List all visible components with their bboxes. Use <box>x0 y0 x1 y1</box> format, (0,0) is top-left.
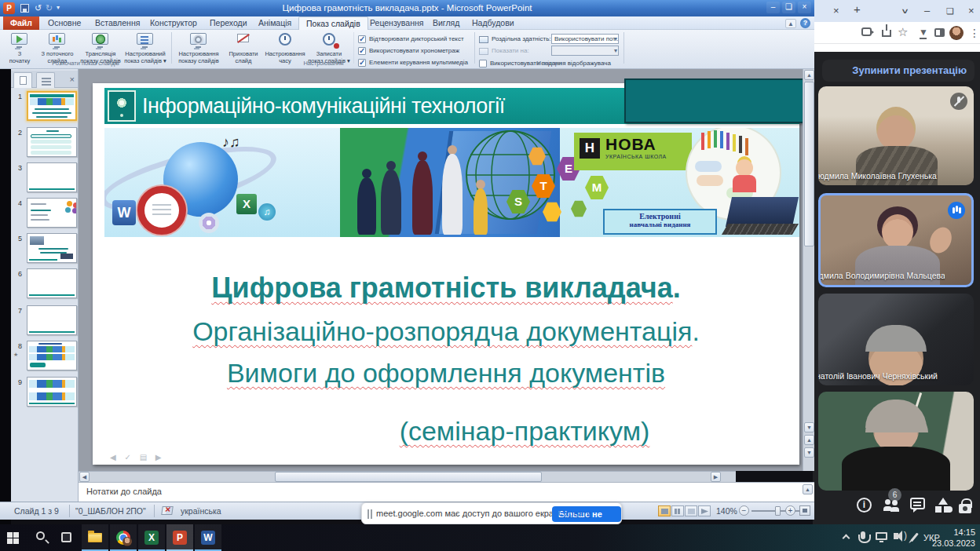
side-panel-icon[interactable] <box>934 28 945 37</box>
redo-icon[interactable]: ↻ <box>46 2 53 13</box>
bookmark-star-icon[interactable]: ☆ <box>898 25 909 36</box>
zoom-in-icon[interactable]: + <box>785 505 795 516</box>
slide-thumbnail-row[interactable]: 9 <box>11 377 78 408</box>
outline-tab[interactable] <box>36 72 55 88</box>
language-indicator[interactable]: українська <box>181 505 221 517</box>
file-explorer-taskbar-icon[interactable] <box>82 524 108 551</box>
minimize-button[interactable]: – <box>766 2 780 13</box>
horizontal-scroll-thumb[interactable] <box>275 472 542 482</box>
scroll-up-icon[interactable]: ▲ <box>804 70 814 80</box>
slide-thumbnail-row[interactable]: 3 <box>11 162 78 194</box>
meeting-details-icon[interactable]: i <box>857 498 872 513</box>
tab-insert[interactable]: Вставлення <box>88 16 147 30</box>
search-button[interactable] <box>28 524 55 551</box>
scroll-right-icon[interactable]: ▶ <box>711 472 721 482</box>
tab-search-chevron-icon[interactable]: ∨ <box>901 7 909 15</box>
slide-thumbnail-row[interactable]: 8 ★ <box>11 341 78 372</box>
slide-footer-icons: ◀ ✓ ▤ ▶ <box>110 453 165 462</box>
slideshow-view-button[interactable] <box>698 505 711 516</box>
tab-review[interactable]: Рецензування <box>363 16 430 30</box>
activities-icon[interactable] <box>935 498 953 515</box>
save-icon[interactable] <box>20 4 29 13</box>
play-narrations-checkbox[interactable] <box>358 35 366 43</box>
slide-thumbnail-row[interactable]: 6 <box>11 268 78 300</box>
close-button[interactable]: × <box>798 2 811 13</box>
hide-banner-link[interactable]: Сховати <box>558 509 591 518</box>
fit-to-window-icon[interactable] <box>799 505 810 516</box>
tab-design[interactable]: Конструктор <box>143 16 204 30</box>
word-taskbar-icon[interactable]: W <box>195 524 221 551</box>
resolution-dropdown[interactable]: Використовувати пот... <box>551 34 619 44</box>
notes-scroll-up-icon[interactable]: ▲ <box>803 484 813 494</box>
chrome-menu-icon[interactable]: ⋮ <box>969 27 980 38</box>
stop-presenting-button[interactable]: Зупинити презентацію <box>822 60 975 82</box>
tab-animations[interactable]: Анімація <box>251 16 298 30</box>
participants-icon[interactable] <box>883 498 901 515</box>
slide-thumbnail-row[interactable]: 5 <box>11 233 78 265</box>
scroll-left-icon[interactable]: ◀ <box>79 472 90 482</box>
slide-thumbnail-row[interactable]: 7 <box>11 305 78 337</box>
zoom-slider[interactable] <box>751 510 805 512</box>
chrome-close-icon[interactable]: × <box>968 5 975 17</box>
participant-name: Людмила Миколаївна Глухенька <box>818 170 947 182</box>
notes-pane[interactable]: Нотатки до слайда ▲ <box>79 482 814 502</box>
qat-customize-icon[interactable]: ▾ <box>57 2 60 13</box>
scroll-down-icon[interactable]: ▼ <box>804 422 814 432</box>
start-button[interactable] <box>0 524 27 551</box>
horizontal-scrollbar[interactable]: ◀ ▶ <box>79 471 736 482</box>
help-icon[interactable]: ? <box>800 18 810 28</box>
previous-slide-icon[interactable]: ▲ <box>804 435 814 445</box>
slide-sorter-view-button[interactable] <box>671 505 684 516</box>
chrome-minimize-icon[interactable]: – <box>924 5 930 17</box>
slide-4-thumbnail <box>27 198 77 228</box>
tab-addins[interactable]: Надбудови <box>465 16 521 30</box>
tab-view[interactable]: Вигляд <box>426 16 466 30</box>
teal-overlay-box[interactable] <box>624 78 806 123</box>
tab-home[interactable]: Основне <box>41 16 88 30</box>
tab-close-icon[interactable]: × <box>833 5 839 17</box>
powerpoint-taskbar-icon[interactable]: P <box>166 524 193 551</box>
slide-canvas[interactable]: Інформаційно-комунікаційні технології ♪♫… <box>93 83 799 465</box>
downloads-icon[interactable] <box>919 27 931 38</box>
normal-view-button[interactable] <box>658 505 671 516</box>
spellcheck-icon[interactable] <box>161 506 174 515</box>
task-view-button[interactable] <box>53 524 80 551</box>
profile-avatar[interactable] <box>949 26 964 40</box>
tab-transitions[interactable]: Переходи <box>203 16 254 30</box>
share-icon[interactable] <box>882 30 891 37</box>
undo-icon[interactable]: ↺ <box>35 2 42 13</box>
share-banner-text: meet.google.com має доступ до вашого екр… <box>376 509 565 518</box>
next-slide-icon[interactable]: ▼ <box>804 447 814 458</box>
participant-tile-4[interactable] <box>818 392 974 491</box>
new-tab-icon[interactable]: + <box>854 3 861 16</box>
notes-placeholder[interactable]: Нотатки до слайда <box>86 487 162 496</box>
drag-grip-icon[interactable] <box>368 509 369 519</box>
participant-tile-3[interactable]: Анатолій Іванович Черняхівський <box>818 294 974 385</box>
host-controls-icon[interactable] <box>959 504 971 513</box>
chrome-taskbar-icon[interactable] <box>110 524 137 551</box>
vertical-scrollbar[interactable]: ▲ ▼ ▲ ▼ <box>803 69 814 471</box>
camera-permission-icon[interactable] <box>861 27 872 36</box>
slide-thumbnail-row[interactable]: 4 <box>11 198 78 229</box>
slides-tab[interactable] <box>13 72 32 88</box>
maximize-button[interactable]: ❏ <box>782 2 795 13</box>
chat-icon[interactable] <box>910 498 925 509</box>
excel-taskbar-icon[interactable]: X <box>138 524 165 551</box>
zoom-slider-thumb[interactable] <box>775 506 781 516</box>
use-timings-checkbox[interactable] <box>358 47 366 55</box>
taskbar-clock[interactable]: 14:15 23.03.2023 <box>932 527 975 549</box>
show-on-dropdown[interactable] <box>551 46 619 56</box>
chrome-restore-icon[interactable]: ❏ <box>946 5 954 17</box>
tab-slideshow[interactable]: Показ слайдів <box>298 16 368 30</box>
vertical-scroll-thumb[interactable] <box>804 82 814 246</box>
zoom-out-icon[interactable]: − <box>739 505 749 516</box>
powerpoint-app-icon[interactable]: P <box>3 2 15 14</box>
participant-tile-2[interactable]: Людмила Володимирівна Мальцева <box>818 193 974 287</box>
slide-thumbnail-row[interactable]: 1 <box>11 91 78 122</box>
participant-tile-1[interactable]: Людмила Миколаївна Глухенька <box>818 86 974 185</box>
slide-thumbnail-row[interactable]: 2 <box>11 127 78 159</box>
tab-file[interactable]: Файл <box>3 16 39 30</box>
collapse-ribbon-icon[interactable]: ▲ <box>785 19 796 28</box>
close-panel-icon[interactable]: × <box>70 75 75 84</box>
reading-view-button[interactable] <box>685 505 697 516</box>
